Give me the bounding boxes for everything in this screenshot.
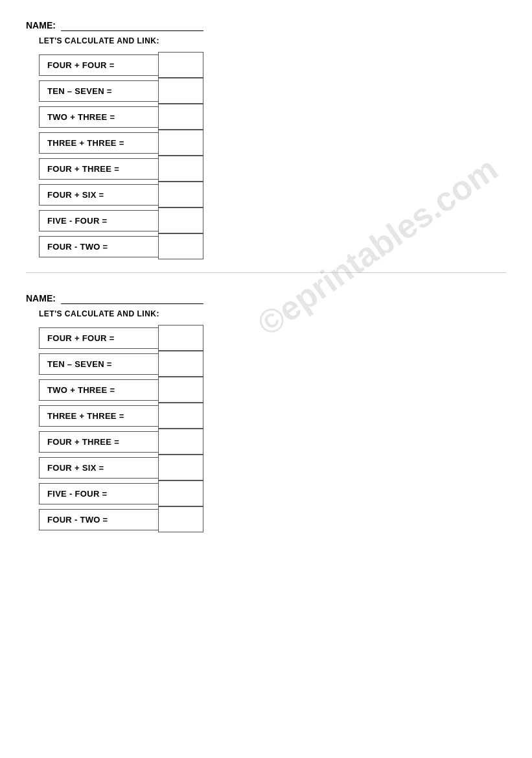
- equation-row: FOUR + FOUR =: [39, 52, 506, 78]
- equation-text: FOUR + SIX =: [39, 457, 159, 479]
- answer-box[interactable]: [158, 455, 203, 480]
- answer-box[interactable]: [158, 377, 203, 403]
- section-divider: [26, 272, 506, 273]
- answer-box[interactable]: [158, 78, 203, 104]
- equation-text: TWO + THREE =: [39, 379, 159, 401]
- equation-list: FOUR + FOUR =TEN – SEVEN =TWO + THREE =T…: [39, 52, 506, 259]
- equation-list: FOUR + FOUR =TEN – SEVEN =TWO + THREE =T…: [39, 325, 506, 532]
- name-row-1: NAME:: [26, 19, 506, 31]
- equation-row: FOUR + SIX =: [39, 455, 506, 480]
- answer-box[interactable]: [158, 104, 203, 130]
- equation-text: FOUR + THREE =: [39, 431, 159, 453]
- equation-text: FOUR - TWO =: [39, 509, 159, 530]
- equation-row: FOUR - TWO =: [39, 506, 506, 532]
- equation-row: FOUR - TWO =: [39, 233, 506, 259]
- equation-text: FOUR + THREE =: [39, 158, 159, 180]
- answer-box[interactable]: [158, 156, 203, 182]
- equation-text: FOUR + FOUR =: [39, 327, 159, 349]
- equation-row: FOUR + FOUR =: [39, 325, 506, 351]
- equation-text: THREE + THREE =: [39, 132, 159, 154]
- section-subtitle: LET'S CALCULATE AND LINK:: [39, 309, 506, 318]
- answer-box[interactable]: [158, 480, 203, 506]
- answer-box[interactable]: [158, 130, 203, 156]
- name-input-line[interactable]: [61, 292, 203, 304]
- equation-row: TWO + THREE =: [39, 377, 506, 403]
- equation-row: TEN – SEVEN =: [39, 78, 506, 104]
- answer-box[interactable]: [158, 52, 203, 78]
- equation-text: TEN – SEVEN =: [39, 80, 159, 102]
- name-label: NAME:: [26, 293, 56, 303]
- answer-box[interactable]: [158, 325, 203, 351]
- answer-box[interactable]: [158, 207, 203, 233]
- section-1: NAME:LET'S CALCULATE AND LINK:FOUR + FOU…: [26, 19, 506, 273]
- equation-text: FOUR + SIX =: [39, 184, 159, 206]
- equation-text: THREE + THREE =: [39, 405, 159, 427]
- answer-box[interactable]: [158, 182, 203, 207]
- equation-text: FOUR + FOUR =: [39, 54, 159, 76]
- name-input-line[interactable]: [61, 19, 203, 31]
- answer-box[interactable]: [158, 351, 203, 377]
- answer-box[interactable]: [158, 506, 203, 532]
- answer-box[interactable]: [158, 403, 203, 429]
- equation-row: FIVE - FOUR =: [39, 480, 506, 506]
- name-label: NAME:: [26, 20, 56, 30]
- equation-row: TEN – SEVEN =: [39, 351, 506, 377]
- section-subtitle: LET'S CALCULATE AND LINK:: [39, 36, 506, 45]
- section-2: NAME:LET'S CALCULATE AND LINK:FOUR + FOU…: [26, 292, 506, 532]
- equation-row: FOUR + THREE =: [39, 429, 506, 455]
- answer-box[interactable]: [158, 429, 203, 455]
- equation-text: FOUR - TWO =: [39, 236, 159, 257]
- equation-row: THREE + THREE =: [39, 403, 506, 429]
- equation-text: FIVE - FOUR =: [39, 483, 159, 504]
- equation-row: TWO + THREE =: [39, 104, 506, 130]
- equation-row: FOUR + SIX =: [39, 182, 506, 207]
- name-row-2: NAME:: [26, 292, 506, 304]
- equation-text: FIVE - FOUR =: [39, 210, 159, 231]
- equation-row: THREE + THREE =: [39, 130, 506, 156]
- equation-row: FIVE - FOUR =: [39, 207, 506, 233]
- equation-text: TWO + THREE =: [39, 106, 159, 128]
- equation-text: TEN – SEVEN =: [39, 353, 159, 375]
- answer-box[interactable]: [158, 233, 203, 259]
- equation-row: FOUR + THREE =: [39, 156, 506, 182]
